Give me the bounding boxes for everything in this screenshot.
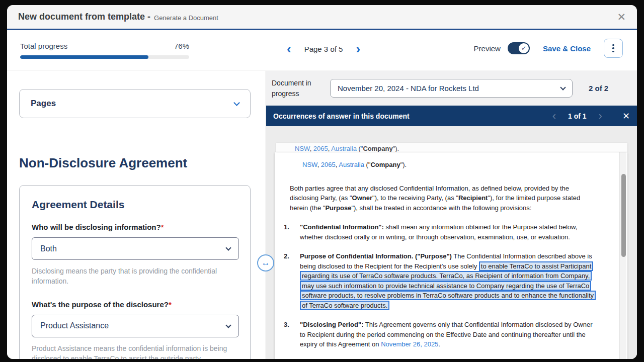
- progress-label: Total progress: [20, 42, 67, 50]
- doc-text: "Confidential Information":: [300, 223, 384, 231]
- doc-text: Purpose: [325, 204, 351, 212]
- doc-text: (": [364, 161, 371, 168]
- field-link[interactable]: NSW: [302, 161, 317, 168]
- save-close-button[interactable]: Save & Close: [543, 44, 591, 53]
- occurrences-title: Occurrences of answer in this document: [273, 112, 410, 120]
- doc-text: .: [438, 340, 440, 348]
- purpose-select[interactable]: Product Assistance: [32, 315, 239, 337]
- document-in-progress-label: Document in progress: [272, 78, 318, 99]
- doc-list-item: 2.Purpose of Confidential Information. (…: [284, 251, 599, 310]
- doc-paragraph: NSW, 2065, Australia ("Company").: [302, 160, 599, 170]
- page-navigation: ‹ Page 3 of 5 ›: [287, 44, 360, 54]
- agreement-details-card: Agreement Details Who will be disclosing…: [19, 185, 251, 359]
- doc-list-item: 1."Confidential Information": shall mean…: [284, 222, 599, 242]
- question-label: Who will be disclosing information?*: [32, 223, 239, 231]
- list-number: 3.: [284, 320, 300, 349]
- previous-page-edge: NSW, 2065, Australia ("Company").: [276, 143, 627, 152]
- progress-bar: [20, 55, 189, 59]
- field-link[interactable]: 2065: [321, 161, 336, 168]
- document-preview-panel: Document in progress November 20, 2024 -…: [266, 71, 637, 359]
- doc-text: Company: [370, 161, 400, 168]
- occurrences-counter: 1 of 1: [568, 112, 587, 120]
- field-link[interactable]: Australia: [331, 145, 357, 152]
- window-subtitle: Generate a Document: [154, 13, 218, 22]
- document-template-title: Non-Disclosure Agreement: [19, 155, 187, 171]
- field-link[interactable]: NSW: [295, 145, 310, 152]
- document-select[interactable]: November 20, 2024 - NDA for Rockets Ltd: [330, 79, 573, 98]
- toolbar: Total progress 76% ‹ Page 3 of 5 › Previ…: [7, 32, 637, 70]
- doc-text: ").: [393, 145, 399, 152]
- questionnaire-panel: Pages Non-Disclosure Agreement Agreement…: [7, 71, 266, 359]
- document-count: 2 of 2: [589, 84, 608, 93]
- disclosing-party-select[interactable]: Both: [32, 237, 239, 260]
- document-viewport: NSW, 2065, Australia ("Company"). NSW, 2…: [266, 126, 637, 359]
- chevron-down-icon: [225, 322, 231, 328]
- required-asterisk: *: [169, 300, 172, 309]
- title-bar: New document from template - Generate a …: [7, 5, 637, 30]
- preview-label: Preview: [474, 44, 501, 53]
- field-link[interactable]: 2065: [313, 145, 328, 152]
- progress-percent: 76%: [174, 42, 189, 50]
- doc-text: ,: [317, 161, 321, 168]
- kebab-dot: [612, 47, 614, 49]
- toggle-check-icon: ✓: [519, 43, 529, 53]
- scrollbar-thumb[interactable]: [621, 174, 626, 257]
- occurrence-prev-icon[interactable]: ‹: [552, 112, 556, 121]
- doc-text: ").: [400, 161, 407, 168]
- doc-text: Owner: [352, 194, 372, 202]
- chevron-down-icon: [560, 84, 566, 90]
- doc-list-item: 3."Disclosing Period": This Agreement go…: [284, 320, 599, 349]
- section-title: Agreement Details: [32, 199, 239, 211]
- chevron-down-icon: [225, 245, 231, 250]
- kebab-dot: [612, 44, 614, 46]
- chevron-down-icon: [233, 100, 240, 106]
- occurrences-close-icon[interactable]: ✕: [622, 111, 630, 122]
- question-helper-text: Product Assistance means the confidentia…: [32, 343, 229, 359]
- doc-paragraph: Both parties agree that any disclosed Co…: [290, 184, 596, 213]
- document-in-progress-bar: Document in progress November 20, 2024 -…: [266, 71, 637, 106]
- required-asterisk: *: [161, 223, 164, 231]
- page-indicator: Page 3 of 5: [304, 45, 343, 53]
- chevron-left-icon[interactable]: ‹: [287, 44, 291, 54]
- preview-toggle[interactable]: ✓: [508, 42, 530, 54]
- total-progress: Total progress 76%: [20, 42, 189, 59]
- panel-resize-handle[interactable]: ↔: [257, 254, 274, 272]
- window-title: New document from template -: [18, 12, 150, 22]
- question-helper-text: Disclosing means the party that is provi…: [32, 266, 229, 287]
- doc-text: "Disclosing Period":: [300, 321, 363, 328]
- occurrences-bar: Occurrences of answer in this document ‹…: [266, 106, 637, 126]
- doc-text: "), to the receiving Party, (as ": [372, 194, 458, 202]
- doc-paragraph: NSW, 2065, Australia ("Company").: [295, 144, 627, 152]
- field-link[interactable]: November 26, 2025: [381, 340, 438, 348]
- list-number: 2.: [284, 251, 300, 310]
- doc-text: Company: [363, 145, 392, 152]
- list-number: 1.: [284, 222, 300, 242]
- modal-window: New document from template - Generate a …: [7, 5, 637, 359]
- doc-text: "), shall be treated in accordance with …: [351, 204, 531, 212]
- doc-text: Purpose of Confidential Information. ("P…: [300, 252, 452, 260]
- occurrence-next-icon[interactable]: ›: [599, 112, 602, 121]
- question-label: What's the purpose of the disclosure?*: [32, 300, 239, 309]
- chevron-right-icon[interactable]: ›: [356, 44, 360, 54]
- kebab-menu-button[interactable]: [604, 39, 623, 58]
- progress-bar-fill: [20, 55, 148, 59]
- pages-dropdown[interactable]: Pages: [19, 89, 251, 118]
- doc-text: (": [357, 145, 363, 152]
- close-icon[interactable]: ✕: [617, 12, 626, 22]
- doc-text: Recipient: [458, 194, 488, 202]
- kebab-dot: [612, 51, 614, 53]
- document-scrollbar[interactable]: [619, 152, 626, 359]
- field-link[interactable]: Australia: [339, 161, 364, 168]
- document-page: NSW, 2065, Australia ("Company").Both pa…: [275, 152, 627, 359]
- doc-text: ,: [310, 145, 313, 152]
- pages-label: Pages: [31, 99, 56, 109]
